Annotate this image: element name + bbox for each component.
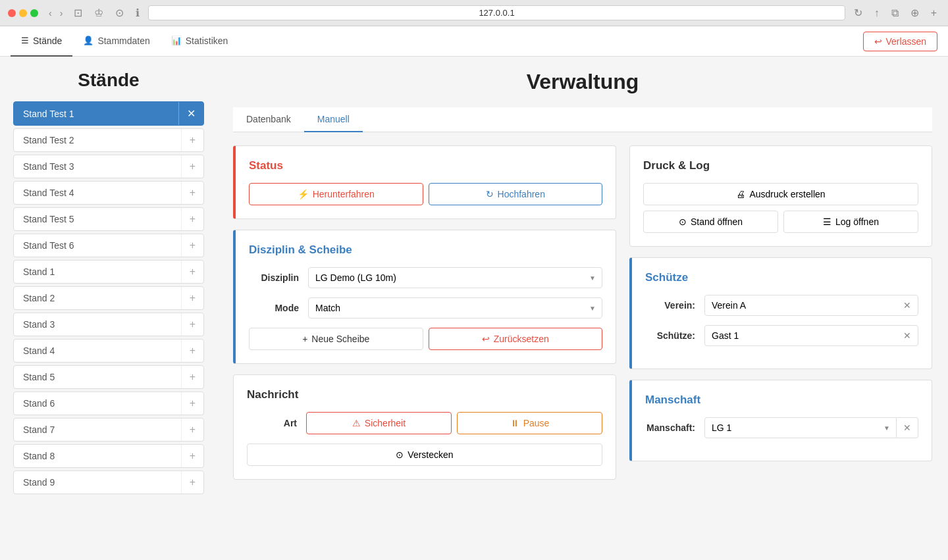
nav-statistiken-label: Statistiken [186,36,228,46]
tab-manuell[interactable]: Manuell [304,107,363,132]
stand-add-btn-1[interactable]: + [181,129,203,151]
stand-item-5[interactable]: Stand Test 6 + [13,234,204,257]
disziplin-label: Disziplin [249,272,308,283]
verlassen-button[interactable]: ↩ Verlassen [863,32,937,51]
minimize-button[interactable] [19,9,27,17]
refresh-btn[interactable]: ↻ [851,5,866,20]
zuruecksetzen-label: Zurücksetzen [494,334,549,344]
nachricht-card-inner: Nachricht Art ⚠ Sicherheit ⏸ Pause [234,375,616,479]
nav-staende[interactable]: ☰ Stände [11,26,72,57]
stand-label-10: Stand 5 [14,366,181,388]
share-btn[interactable]: ↑ [871,6,883,20]
window-btn[interactable]: ⊡ [70,5,86,20]
manschaft-select-wrapper: LG 1 LG 2 LG 3 [704,417,897,438]
mode-select[interactable]: Match Training Wettkampf [308,297,602,318]
close-button[interactable] [8,9,16,17]
ausdruck-button[interactable]: 🖨 Ausdruck erstellen [643,183,918,205]
address-bar[interactable]: 127.0.0.1 [148,5,845,20]
verein-input[interactable] [705,295,897,315]
stand-add-btn-8[interactable]: + [181,313,203,336]
art-btn-row: ⚠ Sicherheit ⏸ Pause [306,412,602,434]
schuetze-input[interactable] [705,326,897,345]
stand-label-12: Stand 7 [14,419,181,441]
nav-stammdaten[interactable]: 👤 Stammdaten [72,26,160,57]
new-tab-btn[interactable]: + [928,6,940,20]
stand-add-btn-11[interactable]: + [181,392,203,415]
pause-button[interactable]: ⏸ Pause [457,412,602,434]
manschaft-select[interactable]: LG 1 LG 2 LG 3 [704,417,897,438]
stand-add-btn-3[interactable]: + [181,182,203,204]
stand-add-btn-14[interactable]: + [181,471,203,494]
stand-add-btn-10[interactable]: + [181,366,203,388]
stand-item-6[interactable]: Stand 1 + [13,260,204,284]
stand-item-4[interactable]: Stand Test 5 + [13,207,204,231]
art-row: Art ⚠ Sicherheit ⏸ Pause [247,412,602,434]
profile-btn[interactable]: ⊙ [112,5,127,20]
verstecken-button[interactable]: ⊙ Verstecken [247,444,602,466]
nav-statistiken[interactable]: 📊 Statistiken [161,26,239,57]
list-icon: ☰ [21,36,29,45]
verein-label: Verein: [645,300,704,311]
stand-label-13: Stand 8 [14,445,181,467]
stand-item-7[interactable]: Stand 2 + [13,286,204,310]
stand-label-5: Stand Test 6 [14,234,181,257]
stand-label-1: Stand Test 2 [14,129,181,151]
bookmark-btn[interactable]: ♔ [91,5,107,20]
verein-clear-btn[interactable]: ✕ [897,296,918,315]
browser-nav: ‹ › [46,7,65,20]
reset-icon: ↩ [482,334,490,344]
stand-item-12[interactable]: Stand 7 + [13,418,204,442]
tab-btn[interactable]: ⧉ [888,6,902,20]
sicherheit-button[interactable]: ⚠ Sicherheit [306,412,452,434]
content-title: Verwaltung [233,70,932,94]
manschaft-clear-btn[interactable]: ✕ [897,417,918,438]
stand-add-btn-5[interactable]: + [181,234,203,257]
stand-oeffnen-button[interactable]: ⊙ Stand öffnen [643,211,778,233]
disziplin-card-inner: Disziplin & Scheibe Disziplin LG Demo (L… [236,230,616,363]
hochfahren-button[interactable]: ↻ Hochfahren [429,183,603,205]
disziplin-select-wrapper: LG Demo (LG 10m) KK 50m LP 10m [308,267,602,288]
log-oeffnen-button[interactable]: ☰ Log öffnen [783,211,918,233]
hochfahren-label: Hochfahren [498,189,545,199]
maximize-button[interactable] [30,9,38,17]
nachricht-card: Nachricht Art ⚠ Sicherheit ⏸ Pause [233,374,616,480]
stand-item-14[interactable]: Stand 9 + [13,471,204,494]
stand-add-btn-13[interactable]: + [181,445,203,467]
schuetze-card-inner: Schütze Verein: ✕ Schütze: [632,258,932,369]
stand-item-11[interactable]: Stand 6 + [13,392,204,415]
stand-close-btn-0[interactable]: ✕ [178,102,203,125]
stand-item-2[interactable]: Stand Test 3 + [13,155,204,178]
stand-add-btn-2[interactable]: + [181,155,203,178]
pause-icon: ⏸ [510,418,519,428]
stand-item-0[interactable]: Stand Test 1 ✕ [13,101,204,126]
info-btn[interactable]: ℹ [132,5,143,20]
zuruecksetzen-button[interactable]: ↩ Zurücksetzen [429,328,603,350]
stand-add-btn-9[interactable]: + [181,340,203,362]
stand-add-btn-7[interactable]: + [181,287,203,309]
tab-datenbank[interactable]: Datenbank [233,107,304,132]
stand-item-9[interactable]: Stand 4 + [13,339,204,363]
eye-icon: ⊙ [396,449,404,460]
chart-icon: 📊 [171,36,182,45]
ausdruck-label: Ausdruck erstellen [749,189,825,199]
stand-label-2: Stand Test 3 [14,155,181,178]
stand-add-btn-12[interactable]: + [181,419,203,441]
stand-item-1[interactable]: Stand Test 2 + [13,128,204,152]
stand-add-btn-4[interactable]: + [181,208,203,230]
status-btn-row: ⚡ Herunterfahren ↻ Hochfahren [249,183,602,205]
stand-add-btn-6[interactable]: + [181,261,203,283]
disziplin-select[interactable]: LG Demo (LG 10m) KK 50m LP 10m [308,267,602,288]
neue-scheibe-button[interactable]: + Neue Scheibe [249,328,423,350]
forward-button[interactable]: › [57,7,66,20]
stand-label-0: Stand Test 1 [14,103,178,125]
herunterfahren-button[interactable]: ⚡ Herunterfahren [249,183,423,205]
stand-item-8[interactable]: Stand 3 + [13,313,204,336]
manschaft-select-clear: LG 1 LG 2 LG 3 ✕ [704,417,918,438]
stand-item-10[interactable]: Stand 5 + [13,365,204,389]
stand-item-3[interactable]: Stand Test 4 + [13,181,204,205]
back-button[interactable]: ‹ [46,7,55,20]
schuetze-clear-btn[interactable]: ✕ [897,326,918,345]
stand-item-13[interactable]: Stand 8 + [13,444,204,468]
download-btn[interactable]: ⊕ [907,5,922,20]
sidebar: Stände Stand Test 1 ✕ Stand Test 2 + Sta… [0,57,217,560]
